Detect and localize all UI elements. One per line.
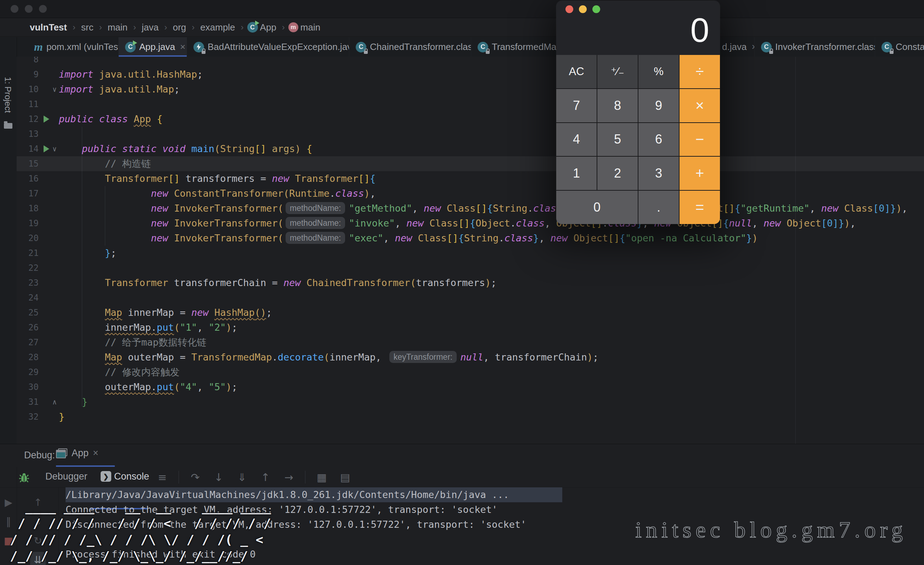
code-line-15[interactable]: 15 // 构造链 xyxy=(16,156,924,171)
code-line-29[interactable]: 29 // 修改内容触发 xyxy=(16,365,924,380)
calc-button--[interactable]: ⁺⁄₋ xyxy=(597,55,638,88)
debug-header: Debug: App × xyxy=(0,444,924,467)
close-icon[interactable]: × xyxy=(180,42,185,53)
step-over-icon[interactable]: ↓ xyxy=(212,471,226,484)
breadcrumb-item-main[interactable]: main xyxy=(300,22,320,33)
step-into-icon[interactable]: ⇓ xyxy=(235,471,249,484)
restore-layout-icon[interactable]: ↻ xyxy=(30,533,46,548)
code-line-14[interactable]: 14∨ public static void main(String[] arg… xyxy=(16,141,924,156)
code-line-22[interactable]: 22 xyxy=(16,260,924,275)
close-icon[interactable]: × xyxy=(93,448,99,459)
class-lock-icon: C xyxy=(356,42,366,53)
console-output[interactable]: /Library/Java/JavaVirtualMachines/jdk1.8… xyxy=(58,487,924,565)
options-menu-icon[interactable]: ≡ xyxy=(155,471,170,484)
calc-button-1[interactable]: 1 xyxy=(556,157,597,190)
code-line-21[interactable]: 21 }; xyxy=(16,246,924,260)
code-line-11[interactable]: 11 xyxy=(16,97,924,112)
breadcrumb-item-vulntest[interactable]: vulnTest xyxy=(30,22,67,33)
code-line-18[interactable]: 18 new InvokerTransformer(methodName:"ge… xyxy=(16,201,924,216)
window-zoom-button[interactable] xyxy=(39,5,47,13)
calc-button-3[interactable]: 3 xyxy=(639,157,679,190)
code-line-32[interactable]: 32} xyxy=(16,409,924,424)
debug-session-tab[interactable]: App × xyxy=(56,448,99,459)
calc-button-9[interactable]: 9 xyxy=(639,89,679,122)
calc-minimize-button[interactable] xyxy=(579,5,587,13)
breadcrumb-item-example[interactable]: example xyxy=(200,22,235,33)
calc-button-5[interactable]: 5 xyxy=(597,123,638,156)
code-line-10[interactable]: 10∨import java.util.Map; xyxy=(16,82,924,97)
next-frame-icon[interactable]: ↓ xyxy=(30,514,46,529)
resume-icon[interactable]: ▶ xyxy=(1,494,16,510)
code-line-25[interactable]: 25 Map innerMap = new HashMap(); xyxy=(16,305,924,320)
calc-button--[interactable]: + xyxy=(680,157,720,190)
evaluate-expression-icon[interactable]: ▦ xyxy=(315,471,329,484)
pause-icon[interactable]: ‖ xyxy=(1,514,16,529)
code-line-27[interactable]: 27 // 给予map数据转化链 xyxy=(16,335,924,350)
fold-icon[interactable]: ∨ xyxy=(52,82,57,97)
tab-console[interactable]: Console xyxy=(114,471,149,482)
code-line-31[interactable]: 31∧ } xyxy=(16,395,924,409)
tab-d-java[interactable]: d.java× xyxy=(716,37,754,57)
calc-button--[interactable]: = xyxy=(680,191,720,224)
code-line-8[interactable]: 8 xyxy=(16,57,924,67)
calc-button-7[interactable]: 7 xyxy=(556,89,597,122)
calc-close-button[interactable] xyxy=(566,5,573,13)
calc-button--[interactable]: × xyxy=(680,89,720,122)
code-line-17[interactable]: 17 new ConstantTransformer(Runtime.class… xyxy=(16,186,924,201)
close-icon[interactable]: × xyxy=(752,42,754,53)
code-line-30[interactable]: 30 outerMap.put("4", "5"); xyxy=(16,380,924,395)
breadcrumb-item-src[interactable]: src xyxy=(81,22,93,33)
scroll-to-end-icon[interactable]: ⇊ xyxy=(30,552,46,565)
stop-icon[interactable]: ■ xyxy=(1,533,16,548)
code-line-26[interactable]: 26 innerMap.put("1", "2"); xyxy=(16,320,924,335)
tab-label: App.java xyxy=(139,42,175,53)
tab-consta[interactable]: CConsta xyxy=(875,37,924,57)
code-line-24[interactable]: 24 xyxy=(16,290,924,305)
code-line-23[interactable]: 23 Transformer transformerChain = new Ch… xyxy=(16,275,924,290)
code-line-20[interactable]: 20 new InvokerTransformer(methodName:"ex… xyxy=(16,231,924,246)
prev-frame-icon[interactable]: ↑ xyxy=(30,494,46,510)
calc-button-ac[interactable]: AC xyxy=(556,55,597,88)
code-line-12[interactable]: 12public class App { xyxy=(16,112,924,126)
calc-button--[interactable]: . xyxy=(639,191,679,224)
code-line-16[interactable]: 16 Transformer[] transformers = new Tran… xyxy=(16,171,924,186)
calc-button-8[interactable]: 8 xyxy=(597,89,638,122)
breadcrumb-item-main[interactable]: main xyxy=(108,22,128,33)
tab-badattributevalueexpexception-java[interactable]: BadAttributeValueExpException.java× xyxy=(187,37,350,57)
code-line-19[interactable]: 19 new InvokerTransformer(methodName:"in… xyxy=(16,216,924,231)
show-execution-point-icon[interactable]: ↷ xyxy=(188,471,202,484)
gutter: ∨ xyxy=(39,141,59,156)
code-line-28[interactable]: 28 Map outerMap = TransformedMap.decorat… xyxy=(16,350,924,365)
calc-button-2[interactable]: 2 xyxy=(597,157,638,190)
tab-pom-xml-vulntest-[interactable]: mpom.xml (vulnTest)× xyxy=(28,37,119,57)
calc-button-4[interactable]: 4 xyxy=(556,123,597,156)
fold-icon[interactable]: ∨ xyxy=(52,141,57,156)
code-line-13[interactable]: 13 xyxy=(16,126,924,141)
tab-invokertransformer-class[interactable]: CInvokerTransformer.class× xyxy=(754,37,875,57)
run-gutter-icon[interactable] xyxy=(44,145,49,152)
breadcrumb-item-org[interactable]: org xyxy=(173,22,186,33)
breadcrumb-item-app[interactable]: App xyxy=(260,22,276,33)
bolt-icon xyxy=(196,44,201,50)
fold-icon[interactable]: ∧ xyxy=(52,395,57,409)
calc-button--[interactable]: ÷ xyxy=(680,55,720,88)
project-tool-strip[interactable]: 1: Project xyxy=(0,37,17,444)
layout-settings-icon[interactable]: ▤ xyxy=(338,471,352,484)
project-strip-label[interactable]: 1: Project xyxy=(3,77,13,113)
run-to-cursor-icon[interactable]: → xyxy=(282,471,296,484)
run-gutter-icon[interactable] xyxy=(44,116,49,123)
code-editor[interactable]: 89import java.util.HashMap;10∨import jav… xyxy=(16,57,924,444)
calc-zoom-button[interactable] xyxy=(592,5,600,13)
calc-button-0[interactable]: 0 xyxy=(556,191,638,224)
window-close-button[interactable] xyxy=(10,5,18,13)
step-out-icon[interactable]: ↑ xyxy=(258,471,273,484)
tab-app-java[interactable]: CApp.java× xyxy=(119,37,187,57)
tab-chainedtransformer-class[interactable]: CChainedTransformer.class× xyxy=(350,37,471,57)
calc-button--[interactable]: − xyxy=(680,123,720,156)
window-minimize-button[interactable] xyxy=(25,5,33,13)
breadcrumb-item-java[interactable]: java xyxy=(142,22,159,33)
code-line-9[interactable]: 9import java.util.HashMap; xyxy=(16,67,924,82)
calc-button--[interactable]: % xyxy=(639,55,679,88)
tab-debugger[interactable]: Debugger xyxy=(45,471,87,482)
calc-button-6[interactable]: 6 xyxy=(639,123,679,156)
